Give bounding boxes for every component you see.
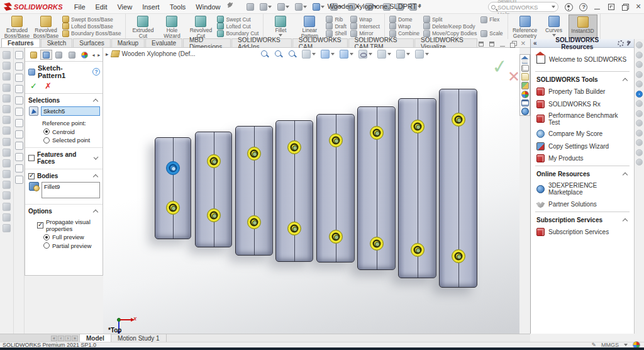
- taskpane-item-my-products[interactable]: My Products: [535, 152, 630, 164]
- pattern-point[interactable]: [329, 230, 343, 244]
- right-toolbar-icon[interactable]: [636, 139, 643, 146]
- pattern-point[interactable]: [411, 120, 425, 133]
- ribbon-hole-wizard[interactable]: Hole Wizard: [157, 14, 186, 38]
- search-input[interactable]: Search SOLIDWORKS Help: [488, 2, 558, 12]
- menu-window[interactable]: Window: [196, 3, 220, 11]
- taskpane-item-property-tab-builder[interactable]: Property Tab Builder: [535, 86, 630, 98]
- section-online-resources[interactable]: Online Resources: [535, 169, 630, 180]
- ribbon-extruded-boss-base[interactable]: Extruded Boss/Base: [3, 14, 31, 38]
- prev-tab-button[interactable]: ‹: [58, 336, 64, 341]
- taskpane-item-3dexperience-marketplace[interactable]: 3DEXPERIENCE Marketplace: [535, 180, 630, 198]
- sketch-point-selected[interactable]: [166, 161, 180, 175]
- body-toolbar-icon[interactable]: [15, 85, 23, 93]
- bodies-checkbox[interactable]: [28, 173, 35, 179]
- confirm-cancel-icon[interactable]: ✕: [508, 68, 519, 86]
- minimize-button[interactable]: [594, 3, 601, 11]
- login-icon[interactable]: [565, 3, 573, 11]
- tab-mbd-dimensions[interactable]: MBD Dimensions: [183, 38, 231, 47]
- hud-edit-appearance[interactable]: [377, 50, 391, 59]
- xylophone-bar-1[interactable]: [155, 137, 191, 239]
- radio-selected-point[interactable]: Selected point: [43, 137, 100, 144]
- right-toolbar-icon[interactable]: [636, 159, 643, 166]
- tab-featuremanager[interactable]: [28, 50, 40, 60]
- left-toolbar-icon[interactable]: [3, 105, 11, 113]
- search-caret-icon[interactable]: [552, 6, 555, 8]
- left-toolbar-icon[interactable]: [3, 159, 11, 167]
- menu-edit[interactable]: Edit: [96, 3, 108, 11]
- ribbon-boundary-boss-base[interactable]: Boundary Boss/Base: [62, 30, 121, 37]
- reference-point-tool-icon[interactable]: [636, 91, 643, 98]
- pattern-point[interactable]: [207, 208, 221, 222]
- hud-previous-view[interactable]: [288, 50, 297, 59]
- hud-view-settings[interactable]: [415, 50, 429, 59]
- task-pane-options-icon[interactable]: [618, 40, 624, 47]
- confirm-ok-icon[interactable]: ✓: [491, 55, 509, 78]
- tab-propertymanager[interactable]: [40, 50, 52, 60]
- restore-button[interactable]: [621, 3, 629, 11]
- flyout-tree-arrow-icon[interactable]: ▸: [106, 51, 109, 57]
- ribbon-rib[interactable]: Rib: [326, 16, 347, 23]
- right-toolbar-icon[interactable]: [636, 71, 643, 78]
- taskpane-item-compare-my-score[interactable]: Compare My Score: [535, 128, 630, 140]
- section-subscription-services[interactable]: Subscription Services: [535, 215, 630, 226]
- tab-markup[interactable]: Markup: [111, 38, 145, 47]
- left-toolbar-icon[interactable]: [3, 62, 11, 70]
- doc-close-icon[interactable]: [521, 41, 527, 47]
- pm-tab-left-arrow[interactable]: ◂: [91, 52, 96, 58]
- ribbon-wrap[interactable]: Wrap: [389, 23, 419, 30]
- left-toolbar-icon[interactable]: [3, 51, 11, 59]
- left-toolbar-icon[interactable]: [3, 138, 11, 146]
- welcome-link[interactable]: Welcome to SOLIDWORKS: [535, 53, 630, 70]
- body-toolbar-icon[interactable]: [15, 153, 23, 161]
- pin-menu-icon[interactable]: [228, 2, 236, 11]
- qat-home-button[interactable]: [247, 3, 254, 11]
- taskpane-folder-icon[interactable]: [521, 73, 529, 81]
- tab-solidworks-cam[interactable]: SOLIDWORKS CAM: [292, 38, 348, 47]
- ok-button[interactable]: ✓: [30, 82, 37, 90]
- radio-full-preview[interactable]: Full preview: [43, 234, 100, 240]
- ribbon-linear-pattern[interactable]: Linear Pattern: [295, 14, 324, 38]
- tab-solidworks-cam-tbm[interactable]: SOLIDWORKS CAM TBM: [348, 38, 414, 47]
- body-toolbar-icon[interactable]: [15, 62, 23, 71]
- ribbon-reference-geometry[interactable]: Reference Geometry: [511, 14, 540, 38]
- pattern-point[interactable]: [411, 243, 425, 257]
- body-toolbar-icon[interactable]: [15, 119, 23, 127]
- body-toolbar-icon[interactable]: [15, 142, 23, 150]
- task-pane-pin-icon[interactable]: [626, 41, 631, 46]
- tab-configurationmanager[interactable]: [53, 50, 65, 60]
- pattern-point[interactable]: [452, 249, 465, 263]
- taskpane-item-performance-benchmark-test[interactable]: Performance Benchmark Test: [535, 110, 630, 128]
- ribbon-draft[interactable]: Draft: [326, 23, 347, 30]
- pattern-point[interactable]: [247, 215, 261, 229]
- breadcrumb[interactable]: ▸ Wooden Xylophone (Def...: [106, 50, 196, 57]
- pattern-point[interactable]: [287, 140, 301, 154]
- ribbon-delete-keep-body[interactable]: Delete/Keep Body: [423, 23, 477, 30]
- ribbon-swept-boss-base[interactable]: Swept Boss/Base: [62, 16, 121, 23]
- ribbon-flex[interactable]: Flex: [480, 16, 502, 23]
- close-button[interactable]: [635, 3, 643, 11]
- tab-solidworks-add-ins[interactable]: SOLIDWORKS Add-Ins: [231, 38, 292, 47]
- graphics-viewport[interactable]: ▸ Wooden Xylophone (Def... ✓ ✕ X Z *Top: [103, 48, 519, 334]
- taskpane-item-subscription-services[interactable]: Subscription Services: [535, 226, 630, 238]
- menu-insert[interactable]: Insert: [142, 3, 160, 11]
- pattern-point[interactable]: [329, 133, 343, 147]
- doc-restore-icon[interactable]: [510, 41, 516, 47]
- body-toolbar-icon[interactable]: [15, 74, 23, 82]
- hud-section-view[interactable]: [302, 50, 316, 59]
- taskpane-globe-icon[interactable]: [521, 108, 529, 115]
- ribbon-revolved-boss-base[interactable]: Revolved Boss/Base: [31, 14, 60, 38]
- tile-window-icon[interactable]: [478, 41, 484, 47]
- left-toolbar-icon[interactable]: [3, 116, 11, 124]
- help-icon[interactable]: [579, 3, 587, 11]
- pattern-point[interactable]: [247, 147, 261, 161]
- tab-displaymanager[interactable]: [79, 50, 91, 60]
- ribbon-intersect[interactable]: Intersect: [350, 23, 380, 30]
- menu-view[interactable]: View: [117, 3, 132, 11]
- xylophone-bar-3[interactable]: [235, 126, 273, 256]
- ribbon-curves[interactable]: Curves: [540, 14, 569, 38]
- layout-button[interactable]: [608, 3, 615, 11]
- ribbon-swept-cut[interactable]: Swept Cut: [217, 16, 258, 23]
- body-toolbar-icon[interactable]: [15, 164, 23, 172]
- pattern-point[interactable]: [207, 154, 221, 168]
- taskpane-palette-icon[interactable]: [521, 82, 529, 89]
